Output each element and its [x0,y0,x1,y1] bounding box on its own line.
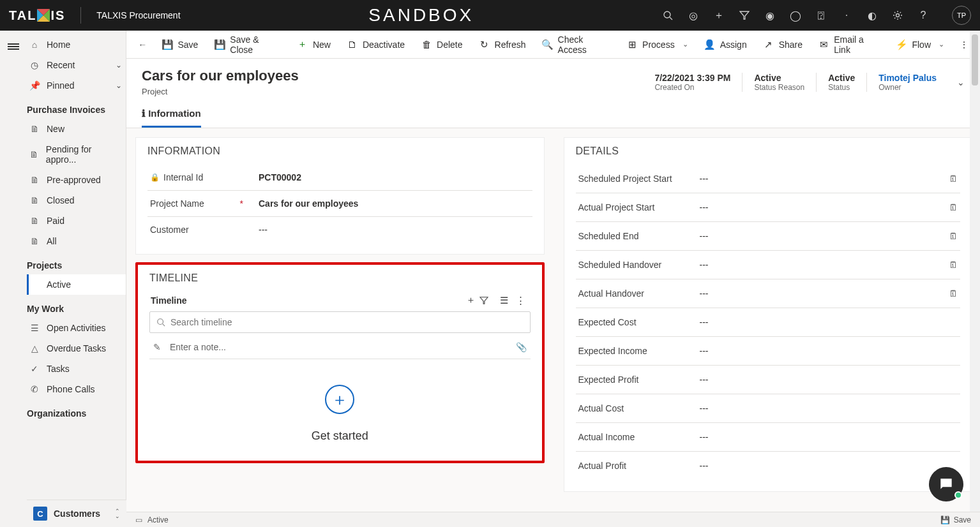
calendar-icon[interactable]: 🗓 [949,231,958,241]
sidebar-item-recent[interactable]: ◷Recent⌄ [27,55,126,75]
help-icon[interactable]: ? [917,10,929,21]
calendar-icon[interactable]: 🗓 [949,202,958,212]
field-sched-end[interactable]: Scheduled End---🗓 [576,222,961,251]
assist-icon[interactable]: ◐ [866,10,878,21]
chat-fab[interactable] [929,467,963,501]
expand-header-button[interactable]: ⌄ [957,77,965,87]
cmd-process[interactable]: ⊞Process⌄ [621,36,695,54]
cmd-delete[interactable]: 🗑Delete [415,36,469,54]
cmd-save-close[interactable]: 💾Save & Close [208,31,287,59]
plus-icon: ＋ [298,40,308,50]
attachment-icon[interactable]: 📎 [516,342,527,352]
field-value: --- [693,346,958,356]
globe-icon[interactable]: ◉ [764,10,776,21]
section-header: TIMELINE [149,272,531,284]
settings-icon[interactable] [892,10,903,21]
cmd-check-access[interactable]: 🔍Check Access [536,31,617,59]
process-icon: ⊞ [627,40,637,50]
required-indicator: * [240,198,252,209]
field-label: Expected Cost [578,317,693,327]
account-icon[interactable]: ◯ [790,10,801,21]
cmd-share[interactable]: ↗Share [757,36,809,54]
field-sched-handover[interactable]: Scheduled Handover---🗓 [576,251,961,279]
person-add-icon[interactable]: ⍰ [815,10,827,21]
check-icon: ✓ [29,364,40,374]
timeline-sort-button[interactable]: ☰ [496,295,513,306]
cmd-refresh[interactable]: ↻Refresh [473,36,532,54]
timeline-search-input[interactable] [170,317,524,327]
sidebar-item-active[interactable]: •Active [27,274,126,295]
svg-point-4 [664,11,670,18]
tab-information[interactable]: ℹ Information [142,104,201,128]
timeline-filter-button[interactable] [479,296,496,305]
timeline-search[interactable] [149,311,531,333]
cmd-label: Delete [437,40,462,50]
nav-label: Pre-approved [47,175,101,185]
filter-icon[interactable] [739,10,750,21]
sidebar-item-all[interactable]: 🗎All [27,231,126,251]
calendar-icon[interactable]: 🗓 [949,288,958,299]
sidebar-item-home[interactable]: ⌂Home [27,34,126,55]
get-started-label: Get started [312,429,368,443]
trash-icon: 🗑 [421,40,432,50]
cmd-label: Check Access [558,34,611,55]
field-value: --- [693,260,949,270]
field-expected-cost[interactable]: Expected Cost--- [576,308,961,337]
field-customer[interactable]: Customer --- [147,217,532,242]
sidebar-item-phone[interactable]: ✆Phone Calls [27,379,126,399]
vertical-scrollbar[interactable] [970,31,980,512]
field-actual-cost[interactable]: Actual Cost--- [576,394,961,423]
topbar-actions: ◎ ＋ ◉ ◯ ⍰ · ◐ ? TP [662,6,971,25]
stat-created-on: 7/22/2021 3:39 PM Created On [643,73,742,92]
sidebar-item-pinned[interactable]: 📌Pinned⌄ [27,75,126,96]
get-started-button[interactable]: ＋ [325,385,354,414]
scrollbar-thumb[interactable] [972,34,978,85]
field-actual-start[interactable]: Actual Project Start---🗓 [576,193,961,222]
cmd-flow[interactable]: ⚡Flow⌄ [890,36,951,54]
cmd-deactivate[interactable]: 🗋Deactivate [341,36,411,54]
field-value: --- [693,317,958,327]
sidebar-item-overdue[interactable]: △Overdue Tasks [27,338,126,359]
calendar-icon[interactable]: 🗓 [949,174,958,184]
sparkle-icon[interactable]: · [841,10,852,21]
calendar-icon[interactable]: 🗓 [949,260,958,270]
hamburger-icon[interactable] [8,42,19,51]
cmd-new[interactable]: ＋New [291,36,337,54]
field-actual-profit[interactable]: Actual Profit--- [576,452,961,480]
sidebar-item-new[interactable]: 🗎New [27,119,126,139]
nav-label: New [47,124,64,134]
sidebar-item-open-activities[interactable]: ☰Open Activities [27,318,126,338]
timeline-note-input-row[interactable]: ✎ Enter a note... 📎 [149,333,531,359]
details-section: DETAILS Scheduled Project Start---🗓 Actu… [564,137,973,492]
nav-label: Phone Calls [47,384,95,394]
timeline-overflow-button[interactable]: ⋮ [513,295,529,306]
nav-label: Open Activities [47,323,106,333]
field-actual-income[interactable]: Actual Income--- [576,423,961,452]
cmd-assign[interactable]: 👤Assign [698,36,753,54]
app-switcher[interactable]: C Customers ⌃⌄ [27,500,126,527]
cmd-label: Email a Link [834,34,880,55]
timeline-add-button[interactable]: ＋ [463,294,479,306]
stat-owner[interactable]: Timotej Palus Owner [866,73,948,92]
cmd-email[interactable]: ✉Email a Link [813,31,886,59]
field-expected-profit[interactable]: Expected Profit--- [576,366,961,394]
sidebar-item-closed[interactable]: 🗎Closed [27,190,126,211]
sidebar-item-preapproved[interactable]: 🗎Pre-approved [27,170,126,190]
sidebar-item-paid[interactable]: 🗎Paid [27,211,126,231]
back-button[interactable]: ← [133,34,152,55]
field-expected-income[interactable]: Expected Income--- [576,337,961,366]
nav-label: Paid [47,216,64,226]
cmd-save[interactable]: 💾Save [156,36,204,54]
search-icon[interactable] [662,10,674,21]
field-sched-start[interactable]: Scheduled Project Start---🗓 [576,165,961,193]
cmd-label: Flow [912,40,931,50]
save-close-icon: 💾 [215,40,225,50]
statusbar-save[interactable]: Save [954,516,971,524]
user-avatar[interactable]: TP [952,6,971,25]
plus-icon[interactable]: ＋ [713,10,725,21]
field-project-name[interactable]: Project Name* Cars for our employees [147,191,532,217]
field-actual-handover[interactable]: Actual Handover---🗓 [576,279,961,308]
task-icon[interactable]: ◎ [688,10,699,21]
sidebar-item-pending[interactable]: 🗎Pending for appro... [27,139,126,170]
sidebar-item-tasks[interactable]: ✓Tasks [27,359,126,379]
